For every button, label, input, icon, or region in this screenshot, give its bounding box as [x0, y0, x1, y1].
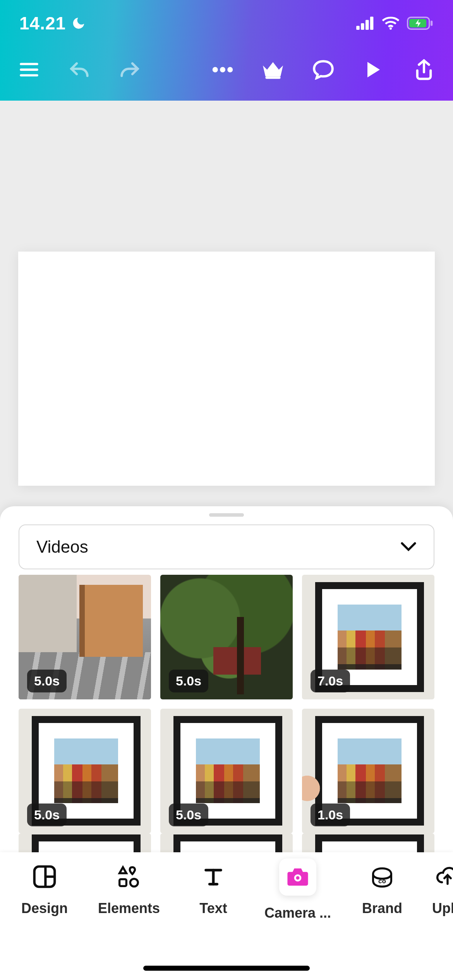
tab-label: Elements	[98, 900, 160, 917]
brand-icon: co	[370, 865, 395, 888]
tab-elements[interactable]: Elements	[87, 862, 171, 917]
undo-button[interactable]	[66, 56, 93, 83]
tab-uploads[interactable]: Uplo	[424, 862, 453, 917]
video-thumb[interactable]: 5.0s	[160, 709, 293, 833]
tab-design[interactable]: Design	[2, 862, 87, 917]
video-thumb[interactable]: 5.0s	[19, 575, 151, 699]
tab-text[interactable]: Text	[171, 862, 256, 917]
svg-rect-2	[365, 20, 369, 30]
sheet-grab-handle[interactable]	[209, 513, 244, 517]
play-button[interactable]	[360, 56, 387, 83]
video-thumb[interactable]: 5.0s	[160, 575, 293, 699]
battery-charging-icon	[407, 17, 434, 30]
tab-label: Camera ...	[264, 905, 331, 921]
editor-toolbar	[0, 46, 453, 101]
artboard[interactable]	[18, 252, 435, 486]
camera-icon	[286, 867, 310, 887]
svg-text:co: co	[378, 877, 386, 885]
cloud-upload-icon	[436, 867, 453, 887]
video-thumb[interactable]: 7.0s	[302, 575, 434, 699]
duration-badge: 5.0s	[27, 670, 67, 692]
media-sheet: Videos 5.0s 5.0s 7.0s 5.0s 5.0s 1	[0, 506, 453, 980]
text-icon	[202, 865, 225, 888]
video-thumb[interactable]: 5.0s	[19, 709, 151, 833]
redo-button[interactable]	[116, 56, 143, 83]
svg-point-12	[220, 67, 225, 72]
more-button[interactable]	[209, 56, 236, 83]
svg-rect-3	[370, 17, 374, 30]
svg-point-11	[213, 67, 218, 72]
media-type-dropdown[interactable]: Videos	[19, 524, 434, 569]
duration-badge: 7.0s	[311, 670, 350, 692]
tab-camera-roll[interactable]: Camera ...	[256, 862, 340, 921]
clock: 14.21	[19, 13, 66, 34]
svg-rect-14	[266, 76, 281, 79]
editor-tabbar: Design Elements Text Camera ... co Brand	[0, 852, 453, 980]
svg-rect-0	[356, 26, 360, 30]
share-button[interactable]	[410, 56, 438, 83]
status-bar: 14.21	[0, 0, 453, 46]
cell-signal-icon	[356, 17, 375, 30]
shapes-icon	[117, 865, 141, 889]
video-thumb[interactable]: 1.0s	[302, 709, 434, 833]
menu-button[interactable]	[15, 56, 43, 83]
svg-point-19	[130, 879, 138, 887]
home-indicator	[143, 966, 310, 971]
svg-rect-18	[120, 879, 127, 886]
svg-point-4	[390, 27, 392, 30]
tab-label: Text	[199, 900, 227, 917]
tab-brand[interactable]: co Brand	[340, 862, 424, 917]
app-header: 14.21	[0, 0, 453, 101]
svg-rect-6	[431, 21, 432, 26]
duration-badge: 1.0s	[311, 804, 350, 826]
tab-label: Design	[21, 900, 68, 917]
svg-rect-1	[361, 23, 364, 30]
duration-badge: 5.0s	[169, 804, 208, 826]
wifi-icon	[382, 17, 400, 30]
duration-badge: 5.0s	[169, 670, 208, 692]
video-grid: 5.0s 5.0s 7.0s 5.0s 5.0s 1.0s	[0, 572, 453, 833]
svg-point-24	[296, 876, 300, 880]
tab-label: Uplo	[432, 900, 453, 917]
dropdown-label: Videos	[36, 537, 88, 557]
chevron-down-icon	[400, 542, 417, 552]
svg-point-13	[227, 67, 233, 72]
tab-label: Brand	[362, 900, 402, 917]
duration-badge: 5.0s	[27, 804, 67, 826]
comment-button[interactable]	[310, 56, 337, 83]
template-icon	[33, 865, 57, 889]
moon-icon	[71, 16, 86, 31]
crown-icon[interactable]	[259, 56, 287, 83]
